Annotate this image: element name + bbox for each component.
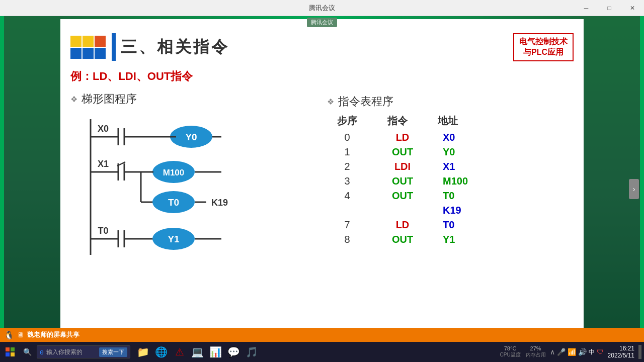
cmd-ldi-2: LDI xyxy=(382,161,423,172)
cmd-out-3: OUT xyxy=(382,175,423,187)
coil-t0-label: T0 xyxy=(168,197,179,208)
instruction-title-text: 指令表程序 xyxy=(338,94,393,109)
label-x1: X1 xyxy=(98,159,109,169)
ladder-svg: X0 Y0 xyxy=(75,114,267,260)
taskbar-app-pink[interactable]: 💻 xyxy=(190,344,206,360)
vert-blue-bar xyxy=(112,33,116,61)
windows-logo-icon xyxy=(6,347,15,356)
clock-area: 16:21 2022/5/11 xyxy=(608,345,634,359)
step-8: 8 xyxy=(332,234,362,245)
close-button[interactable]: ✕ xyxy=(621,0,644,16)
network-icon: 📶 xyxy=(568,348,576,356)
addr-y1: Y1 xyxy=(443,234,483,245)
mic-icon: 🎤 xyxy=(557,348,566,356)
taskbar-right: 78°C CPU温度 27% 内存占用 ∧ 🎤 📶 🔊 中 🛡 16:21 xyxy=(500,345,641,359)
taskbar-app-blue[interactable]: 💬 xyxy=(226,344,242,360)
instruction-row-7: 7 LD T0 xyxy=(327,219,574,231)
share-label: 魏老师的屏幕共享 xyxy=(27,330,79,339)
right-panel: ❖ 指令表程序 步序 指令 地址 0 LD X0 xyxy=(327,92,574,262)
label-t0: T0 xyxy=(98,226,108,236)
ladder-title-text: 梯形图程序 xyxy=(82,92,137,107)
step-1: 1 xyxy=(332,146,362,158)
cmd-out-8: OUT xyxy=(382,234,423,245)
sound-icon: 🔊 xyxy=(578,348,587,356)
col-header-addr: 地址 xyxy=(433,114,463,128)
logo-sq-r xyxy=(6,347,10,351)
clock-date: 2022/5/11 xyxy=(608,352,634,359)
search-icon-button[interactable]: 🔍 xyxy=(20,345,34,359)
logo-sq-y xyxy=(11,352,15,356)
step-4: 4 xyxy=(332,190,362,202)
addr-m100: M100 xyxy=(443,175,483,187)
taskbar-apps: 📁 🌐 ⚠ 💻 📊 💬 🎵 xyxy=(135,344,260,360)
step-3: 3 xyxy=(332,175,362,187)
left-accent xyxy=(0,16,4,362)
addr-t0-4: T0 xyxy=(443,190,483,202)
logo-sq-blue3 xyxy=(95,48,106,59)
taskbar-app-green2[interactable]: 📊 xyxy=(208,344,224,360)
show-desktop-button[interactable] xyxy=(638,345,641,359)
diamond-icon-right: ❖ xyxy=(327,97,334,107)
right-accent xyxy=(640,16,644,362)
taskbar-app-purple[interactable]: 🎵 xyxy=(244,344,260,360)
left-sidebar xyxy=(0,16,60,362)
step-2: 2 xyxy=(332,161,362,172)
search-submit-button[interactable]: 搜索一下 xyxy=(99,347,127,357)
instruction-row-8: 8 OUT Y1 xyxy=(327,234,574,245)
taskbar-file-explorer[interactable]: 📁 xyxy=(135,344,151,360)
search-box[interactable]: e 输入你搜索的 搜索一下 xyxy=(37,345,130,358)
slide-content: 腾讯会议 xyxy=(60,16,584,362)
ime-icon: 中 xyxy=(589,348,595,356)
share-icon: 🖥 xyxy=(17,331,24,339)
titlebar: 腾讯会议 ─ □ ✕ xyxy=(0,0,644,16)
coil-y0-label: Y0 xyxy=(185,132,197,142)
system-tray: ∧ 🎤 📶 🔊 中 🛡 xyxy=(550,348,604,356)
instruction-table-header: 步序 指令 地址 xyxy=(327,114,574,128)
instruction-row-4: 4 OUT T0 xyxy=(327,190,574,202)
mem-label: 内存占用 xyxy=(526,351,546,358)
main-area: 腾讯会议 xyxy=(0,16,644,362)
logo-sq-yellow1 xyxy=(70,36,82,47)
logo-sq-b xyxy=(6,352,10,356)
maximize-button[interactable]: □ xyxy=(598,0,621,16)
cmd-out-1: OUT xyxy=(382,146,423,158)
cmd-out-4: OUT xyxy=(382,190,423,202)
header-right: 电气控制技术 与PLC应用 xyxy=(513,33,574,61)
instruction-row-1: 1 OUT Y0 xyxy=(327,146,574,158)
brand-text2: 与PLC应用 xyxy=(519,47,568,58)
brand-text1: 电气控制技术 xyxy=(519,37,568,47)
ladder-diagram: X0 Y0 xyxy=(75,114,317,262)
main-window: 腾讯会议 ─ □ ✕ 腾讯会议 xyxy=(0,0,644,362)
start-button[interactable] xyxy=(3,344,18,359)
ladder-section-title: ❖ 梯形图程序 xyxy=(70,92,317,107)
addr-t0-7: T0 xyxy=(443,219,483,231)
step-7: 7 xyxy=(332,219,362,231)
instruction-row-2: 2 LDI X1 xyxy=(327,161,574,172)
addr-x0: X0 xyxy=(443,132,483,143)
addr-k19: K19 xyxy=(443,205,483,216)
cpu-label: CPU温度 xyxy=(500,351,520,358)
logo-blocks xyxy=(70,36,106,59)
label-x0: X0 xyxy=(98,124,109,134)
mem-percent: 27% xyxy=(526,345,546,351)
left-panel: ❖ 梯形图程序 X0 xyxy=(70,92,317,262)
chevron-up-icon[interactable]: ∧ xyxy=(550,348,555,356)
logo-sq-red xyxy=(95,36,106,47)
slide-header: 三、相关指令 电气控制技术 与PLC应用 xyxy=(70,33,574,61)
taskbar-app-green[interactable]: 🌐 xyxy=(153,344,170,360)
window-title: 腾讯会议 xyxy=(309,4,335,13)
minimize-button[interactable]: ─ xyxy=(575,0,598,16)
right-arrow-button[interactable]: › xyxy=(629,179,639,199)
logo-row2 xyxy=(70,48,106,59)
instruction-section-title: ❖ 指令表程序 xyxy=(327,94,574,109)
taskbar-app-red[interactable]: ⚠ xyxy=(172,344,188,360)
k19-label: K19 xyxy=(211,198,228,208)
cpu-temp: 78°C xyxy=(500,345,520,351)
logo-row1 xyxy=(70,36,106,47)
antivirus-icon: 🛡 xyxy=(597,348,604,356)
col-header-cmd: 指令 xyxy=(382,114,413,128)
addr-y0: Y0 xyxy=(443,146,483,158)
logo-sq-blue2 xyxy=(83,48,94,59)
right-sidebar: › xyxy=(584,16,644,362)
logo-sq-blue1 xyxy=(70,48,82,59)
